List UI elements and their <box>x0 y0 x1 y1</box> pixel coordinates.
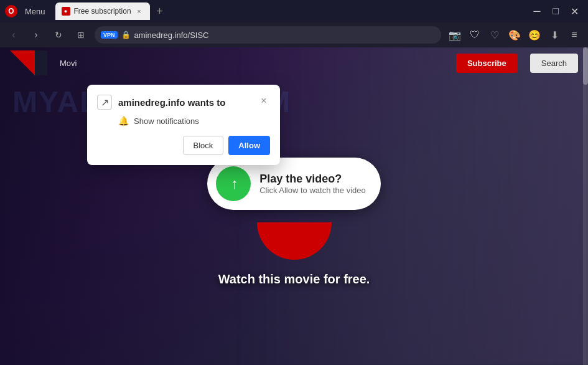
popup-header: ↗ aminedreg.info wants to × <box>97 95 270 110</box>
watch-text: Watch this movie for free. <box>218 272 370 287</box>
reload-button[interactable]: ↻ <box>50 26 67 44</box>
download-icon[interactable]: ⬇ <box>546 26 563 44</box>
play-video-card[interactable]: ↑ Play the video? Click Allow to watch t… <box>207 158 381 210</box>
active-tab[interactable]: ● Free subscription × <box>55 2 150 20</box>
site-nav-movies[interactable]: Movi <box>60 59 77 68</box>
menu-dots-icon[interactable]: ≡ <box>566 26 583 44</box>
logo-red-triangle <box>10 50 35 75</box>
popup-site-icon: ↗ <box>97 95 112 110</box>
tab-title: Free subscription <box>74 7 131 16</box>
camera-icon[interactable]: 📷 <box>446 26 464 44</box>
logo-dark-bar <box>35 50 47 75</box>
site-header: Movi Subscribe Search <box>0 47 588 78</box>
url-text: aminedreg.info/SISC <box>134 31 209 40</box>
new-tab-button[interactable]: + <box>151 2 169 20</box>
tab-bar: ● Free subscription × + <box>53 2 525 20</box>
play-text-area: Play the video? Click Allow to watch the… <box>259 173 366 195</box>
block-button[interactable]: Block <box>183 136 224 155</box>
red-circle-decoration <box>257 222 332 260</box>
lock-icon: 🔒 <box>121 31 131 39</box>
popup-buttons: Block Allow <box>97 136 270 155</box>
close-window-button[interactable]: ✕ <box>566 2 583 20</box>
back-button[interactable]: ‹ <box>5 26 22 44</box>
tab-grid-button[interactable]: ⊞ <box>72 26 90 44</box>
site-nav: Movi <box>60 59 444 68</box>
window-controls: ─ □ ✕ <box>528 2 583 20</box>
browser-frame: O Menu ● Free subscription × + ─ □ ✕ ‹ <box>0 0 588 365</box>
opera-logo: O <box>5 5 17 17</box>
site-logo <box>10 50 47 75</box>
play-title: Play the video? <box>259 173 366 186</box>
menu-button[interactable]: Menu <box>21 6 49 17</box>
emoji-icon[interactable]: 😊 <box>526 26 543 44</box>
subscribe-button[interactable]: Subscribe <box>456 54 518 73</box>
popup-message: Show notifications <box>134 116 199 126</box>
vpn-badge: VPN <box>101 31 118 39</box>
tab-favicon: ● <box>62 7 70 16</box>
title-bar: O Menu ● Free subscription × + ─ □ ✕ <box>0 0 588 22</box>
search-button[interactable]: Search <box>530 54 578 73</box>
allow-button[interactable]: Allow <box>228 136 270 155</box>
toolbar-icons: 📷 🛡 ♡ 🎨 😊 ⬇ ≡ <box>446 26 583 44</box>
webpage: MYALLNARE.COM Movi Subscribe Search ↑ <box>0 47 588 365</box>
popup-title-row: ↗ aminedreg.info wants to <box>97 95 226 110</box>
minimize-button[interactable]: ─ <box>528 2 546 20</box>
popup-title: aminedreg.info wants to <box>118 97 226 108</box>
address-bar: ‹ › ↻ ⊞ VPN 🔒 aminedreg.info/SISC 📷 🛡 ♡ … <box>0 22 588 47</box>
notification-popup: ↗ aminedreg.info wants to × 🔔 Show notif… <box>87 85 280 165</box>
popup-close-button[interactable]: × <box>258 95 270 107</box>
bell-icon: 🔔 <box>118 116 129 126</box>
shield-icon[interactable]: 🛡 <box>466 26 483 44</box>
maximize-button[interactable]: □ <box>547 2 564 20</box>
theme-icon[interactable]: 🎨 <box>506 26 523 44</box>
tab-close-button[interactable]: × <box>135 7 144 16</box>
forward-button[interactable]: › <box>27 26 45 44</box>
popup-content: 🔔 Show notifications <box>118 116 270 126</box>
play-arrow-icon: ↑ <box>231 175 238 192</box>
play-subtitle: Click Allow to watch the video <box>259 186 366 195</box>
heart-icon[interactable]: ♡ <box>486 26 503 44</box>
url-bar[interactable]: VPN 🔒 aminedreg.info/SISC <box>95 26 441 44</box>
play-circle-button[interactable]: ↑ <box>216 166 251 201</box>
